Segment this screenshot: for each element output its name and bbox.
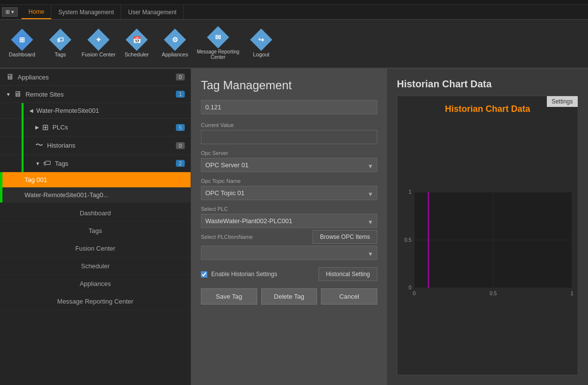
sidebar-historians-label: Historians	[47, 142, 75, 149]
x-max-label: 1	[571, 291, 574, 296]
ribbon-fusion[interactable]: ✦ Fusion Center	[81, 30, 116, 57]
sidebar: 🖥 Appliances 0 ▼ 🖥 Remote Sites 1 ◀ Wate…	[0, 69, 191, 385]
opc-server-wrapper: OPC Server 01 ▼	[201, 158, 377, 174]
ribbon-scheduler[interactable]: 📅 Scheduler	[120, 30, 154, 57]
remote-sites-icon: 🖥	[14, 90, 22, 99]
sidebar-nav-fusion[interactable]: Fusion Center	[0, 240, 191, 257]
browse-opc-button[interactable]: Browse OPC Items	[313, 230, 377, 244]
sidebar-water-remotesite-label: Water-RemoteSite001	[36, 107, 99, 114]
sidebar-item-historians[interactable]: 〜 Historians 0	[0, 136, 191, 155]
ribbon-scheduler-label: Scheduler	[124, 51, 149, 57]
expand-plcs-icon: ▶	[35, 125, 39, 130]
plc-wrapper: WasteWater-Plant002-PLC001 ▼	[201, 214, 377, 230]
tag-truncated-item[interactable]: Water-RemoteSite001-Tag0...	[0, 187, 191, 203]
historian-area-title: Historian Chart Data	[397, 78, 578, 90]
ribbon-logout-label: Logout	[253, 51, 270, 57]
sidebar-item-remote-sites[interactable]: ▼ 🖥 Remote Sites 1	[0, 86, 191, 103]
y-mid-label: 0.5	[404, 237, 412, 243]
ribbon-appliances-label: Appliances	[162, 51, 188, 57]
plcitem-select-wrapper: ▼	[201, 246, 377, 262]
sidebar-item-water-remotesite[interactable]: ◀ Water-RemoteSite001	[0, 103, 191, 119]
tags-icon: 🏷	[43, 159, 51, 168]
collapse-icon: ◀	[29, 108, 33, 113]
ribbon-dashboard[interactable]: ⊞ Dashboard	[5, 30, 39, 57]
select-plc-label: Select PLC	[201, 206, 377, 212]
historian-checkbox-label: Enable Historian Settings	[211, 271, 277, 278]
tab-user-management[interactable]: User Management	[121, 5, 184, 19]
sidebar-appliances-label: Appliances	[18, 74, 49, 81]
ribbon-message[interactable]: ✉ Message Reporting Center	[196, 27, 240, 60]
ribbon-logout[interactable]: ↪ Logout	[244, 30, 278, 57]
green-left-bar	[0, 172, 2, 187]
menu-bar: ⊞ ▾ Home System Management User Manageme…	[0, 5, 588, 20]
expand-icon: ▼	[6, 92, 11, 97]
top-bar	[0, 0, 588, 5]
tag-selected-label: Tag 001	[24, 176, 47, 183]
y-max-label: 1	[409, 189, 412, 195]
x-mid-label: 0.5	[490, 291, 497, 296]
sidebar-plcs-label: PLCs	[52, 124, 68, 131]
sidebar-nav-appliances[interactable]: Appliances	[0, 275, 191, 293]
chart-container: Settings Historian Chart Data 1	[397, 96, 578, 375]
tab-home[interactable]: Home	[22, 5, 51, 19]
ribbon-tags-label: Tags	[54, 51, 66, 57]
green-left-bar-2	[0, 187, 2, 203]
ribbon-dashboard-label: Dashboard	[9, 51, 35, 57]
tag-selected-item[interactable]: Tag 001	[0, 172, 191, 187]
sidebar-remote-sites-label: Remote Sites	[25, 91, 64, 98]
content-area: Tag Management Current Value Opc Server …	[191, 69, 588, 385]
opc-topic-select[interactable]: OPC Topic 01	[201, 186, 377, 200]
plcitem-select[interactable]	[201, 246, 377, 260]
chart-settings-button[interactable]: Settings	[547, 96, 578, 107]
sidebar-nav-message[interactable]: Message Reporting Center	[0, 293, 191, 310]
form-title: Tag Management	[201, 78, 377, 92]
ribbon-message-label: Message Reporting Center	[196, 49, 240, 60]
sidebar-nav-scheduler[interactable]: Scheduler	[0, 257, 191, 275]
x-min-label: 0	[413, 291, 416, 296]
remote-site-section: ◀ Water-RemoteSite001 ▶ ⊞ PLCs 5 〜 Histo…	[0, 103, 191, 203]
y-min-label: 0	[409, 285, 412, 290]
sidebar-plcs-badge: 5	[176, 124, 185, 131]
sidebar-nav-dashboard[interactable]: Dashboard	[0, 205, 191, 222]
historians-icon: 〜	[35, 140, 43, 151]
opc-server-label: Opc Server	[201, 150, 377, 156]
sidebar-item-appliances[interactable]: 🖥 Appliances 0	[0, 69, 191, 86]
form-action-buttons: Save Tag Delete Tag Cancel	[201, 288, 377, 305]
plcs-icon: ⊞	[42, 123, 49, 132]
collapse-tags-icon: ▼	[35, 161, 40, 166]
current-value-label: Current Value	[201, 122, 377, 128]
plc-select[interactable]: WasteWater-Plant002-PLC001	[201, 214, 377, 228]
plc-item-row: Select PLCItemName Browse OPC Items	[201, 230, 377, 244]
tag-management-form: Tag Management Current Value Opc Server …	[191, 69, 387, 385]
sidebar-remote-sites-badge: 1	[176, 91, 185, 98]
historian-checkbox[interactable]	[201, 271, 207, 278]
sidebar-nav-tags[interactable]: Tags	[0, 222, 191, 240]
plcitem-label: Select PLCItemName	[201, 234, 253, 240]
value-display-input[interactable]	[201, 100, 377, 114]
delete-tag-button[interactable]: Delete Tag	[261, 288, 318, 305]
ribbon-appliances[interactable]: ⚙ Appliances	[158, 30, 192, 57]
tag-truncated-label: Water-RemoteSite001-Tag0...	[24, 191, 108, 199]
app-menu-icon[interactable]: ⊞ ▾	[2, 7, 18, 17]
current-value-input[interactable]	[201, 130, 377, 144]
ribbon-tags[interactable]: 🏷 Tags	[43, 30, 77, 57]
historian-checkbox-row: Enable Historian Settings	[201, 271, 277, 278]
save-tag-button[interactable]: Save Tag	[201, 288, 257, 305]
sidebar-appliances-badge: 0	[176, 74, 185, 80]
tab-system-management[interactable]: System Management	[51, 5, 121, 19]
sidebar-item-tags[interactable]: ▼ 🏷 Tags 2	[0, 155, 191, 172]
ribbon-fusion-label: Fusion Center	[81, 51, 115, 57]
opc-server-select[interactable]: OPC Server 01	[201, 158, 377, 172]
cancel-button[interactable]: Cancel	[321, 288, 377, 305]
sidebar-nav: Dashboard Tags Fusion Center Scheduler A…	[0, 205, 191, 310]
ribbon: ⊞ Dashboard 🏷 Tags ✦ Fusion Center 📅 Sch…	[0, 20, 588, 69]
sidebar-tags-badge: 2	[176, 160, 185, 167]
opc-topic-label: Opc Topic Name	[201, 178, 377, 184]
sidebar-item-plcs[interactable]: ▶ ⊞ PLCs 5	[0, 119, 191, 136]
historian-area: Historian Chart Data Settings Historian …	[387, 69, 588, 385]
historical-setting-button[interactable]: Historical Setting	[318, 267, 377, 281]
opc-topic-wrapper: OPC Topic 01 ▼	[201, 186, 377, 202]
appliances-icon: 🖥	[6, 73, 14, 81]
sidebar-tags-label: Tags	[55, 160, 68, 167]
main-layout: 🖥 Appliances 0 ▼ 🖥 Remote Sites 1 ◀ Wate…	[0, 69, 588, 385]
